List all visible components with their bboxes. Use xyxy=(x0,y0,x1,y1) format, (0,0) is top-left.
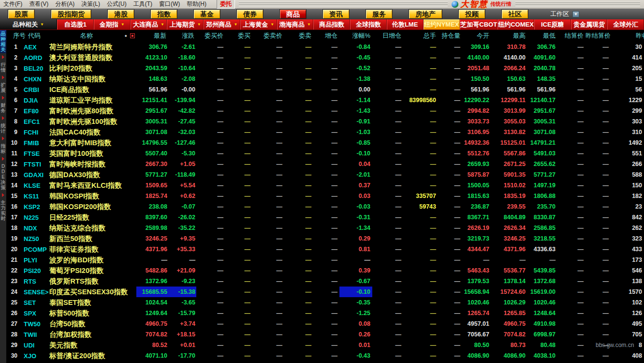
col-header-high[interactable]: 最高 xyxy=(491,30,527,42)
col-header-bid-price[interactable]: 委买价 xyxy=(196,30,225,42)
table-row[interactable]: 18NDX纳斯达克综合指数2589.98-35.22—————-1.34———2… xyxy=(6,223,644,233)
col-header-total-volume[interactable]: 总手 xyxy=(403,30,438,42)
table-row[interactable]: 9FCHI法国CAC40指数3071.08-32.03—————-1.03———… xyxy=(6,127,644,137)
menu-item-4[interactable]: 公式(U) xyxy=(103,0,130,8)
table-row[interactable]: 23RTS俄罗斯RTS指数1372.96-9.23—————-0.67———13… xyxy=(6,276,644,287)
col-header-inc-position[interactable]: 增仓 xyxy=(313,30,339,42)
primary-tab[interactable]: 资讯 xyxy=(322,9,350,19)
market-tab[interactable]: 芝加哥CBOT xyxy=(460,19,498,30)
col-header-settle[interactable]: 结算价 xyxy=(557,30,585,42)
primary-tab[interactable]: 指数 xyxy=(150,9,177,19)
primary-tab[interactable]: 股指期货 xyxy=(51,9,91,19)
table-row[interactable]: 4CHXN纳斯达克中国指数148.63-2.08—————-1.38———150… xyxy=(6,74,644,84)
table-row[interactable]: 8EFC1富时欧洲先驱100指数3005.31-27.45—————-0.91—… xyxy=(6,116,644,127)
col-header-change[interactable]: 涨跌 xyxy=(168,30,196,42)
primary-tab[interactable]: 基金 xyxy=(193,9,220,19)
col-header-bid-vol[interactable]: 委买 xyxy=(225,30,252,42)
cell-total-volume: — xyxy=(403,212,438,223)
table-row[interactable]: 28TWII台湾加权指数7074.82+18.15—————0.26———705… xyxy=(6,329,644,340)
table-row[interactable]: 6DJIA道琼斯工业平均指数12151.41-139.94—————-1.14—… xyxy=(6,95,644,106)
col-header-latest[interactable]: 最新 xyxy=(136,30,168,42)
col-header-open[interactable]: 今开 xyxy=(462,30,491,42)
market-tab[interactable]: 伦敦LME xyxy=(387,19,424,30)
market-tab[interactable]: 纽约NYMEX xyxy=(424,19,460,30)
market-tab[interactable]: 上海期货▼ xyxy=(167,19,204,30)
col-header-low[interactable]: 最低 xyxy=(527,30,557,42)
table-row[interactable]: 27TW50台湾50指数4960.75+3.74—————0.08———4957… xyxy=(6,318,644,329)
table-row[interactable]: 5CRBIICE商品指数561.96-0.00—————0.00———561.9… xyxy=(6,84,644,95)
market-tab[interactable]: 纽约COMEX xyxy=(498,19,534,30)
table-row[interactable]: 2AORD澳大利亚普通股指数4123.10-18.60—————-0.45———… xyxy=(6,52,644,63)
market-tab[interactable]: 金期指▼ xyxy=(94,19,131,30)
market-tab[interactable]: 全球指数 xyxy=(350,19,387,30)
sidebar-tab[interactable]: 统计 xyxy=(0,122,6,135)
sidebar-tab[interactable]: 行情 xyxy=(0,61,6,74)
table-row[interactable]: 16KSP2韩国KOSPI200指数238.08-0.07—————-0.03—… xyxy=(6,201,644,212)
col-header-code[interactable]: 代码 xyxy=(22,30,48,42)
table-row[interactable]: 26SPX标普500指数1249.64-15.79—————-1.25———12… xyxy=(6,308,644,318)
table-row[interactable]: 7EF80富时欧洲先驱80指数2951.67-42.82—————-1.43——… xyxy=(6,106,644,116)
sidebar-tab[interactable]: 财务 xyxy=(0,102,6,114)
table-row[interactable]: 29UDI美元指数80.52+0.01—————0.01———80.5080.7… xyxy=(6,340,644,350)
workspace-selector[interactable]: 工作区 ▼ xyxy=(550,10,579,18)
table-row[interactable]: 20PCOMP菲律宾证券指数4371.96+35.33—————0.81———4… xyxy=(6,244,644,255)
table-row[interactable]: 30XJO标普/澳证200指数4071.10-17.70—————-0.43——… xyxy=(6,350,644,361)
market-tab[interactable]: 上海黄金▼ xyxy=(240,19,277,30)
market-tab[interactable]: 郑州商品▼ xyxy=(204,19,240,30)
table-row[interactable]: 19NZ50新西兰50指数3246.25+9.35—————0.29———321… xyxy=(6,233,644,244)
table-row[interactable]: 1AEX荷兰阿姆斯特丹指数306.76-2.61—————-0.84———309… xyxy=(6,42,644,52)
market-tab[interactable]: 商品指数 xyxy=(313,19,350,30)
primary-tab[interactable]: 债券 xyxy=(236,9,263,19)
primary-tab[interactable]: 社区 xyxy=(501,9,528,19)
menu-item-0[interactable]: 文件(F) xyxy=(0,0,26,8)
table-row[interactable]: 22PSI20葡萄牙PSI20指数5482.86+21.09—————0.39—… xyxy=(6,265,644,276)
col-header-name[interactable]: 名称● xyxy=(48,30,136,42)
market-tab[interactable]: ICE原糖 xyxy=(534,19,571,30)
market-tab[interactable]: 贵金属现货 xyxy=(571,19,608,30)
primary-tab[interactable]: 商品 xyxy=(279,9,307,19)
col-header-pct-change[interactable]: 涨幅% xyxy=(339,30,372,42)
sidebar-tab[interactable]: 品种相关 xyxy=(0,30,6,53)
primary-tab[interactable]: 股票 xyxy=(8,9,35,19)
table-row[interactable]: 10FMIB意大利富时MIB指数14796.55-127.46—————-0.8… xyxy=(6,137,644,148)
sidebar-tab[interactable]: 主力实时 xyxy=(0,199,6,222)
table-row[interactable]: 12FTSTI富时海峡时报指数2667.30+1.05—————0.04———2… xyxy=(6,159,644,169)
menu-item-2[interactable]: 分析(A) xyxy=(52,0,78,8)
market-tab[interactable]: 渤海商品▼ xyxy=(277,19,314,30)
market-tab[interactable]: 大连商品▼ xyxy=(131,19,167,30)
primary-tab[interactable]: 港股 xyxy=(107,9,134,19)
col-header-open-interest[interactable]: 持仓量 xyxy=(438,30,462,42)
sidebar-tab[interactable]: 扩展 xyxy=(0,81,6,94)
table-row[interactable]: 24SENSE>印度孟买SENSEX30指数15685.55-15.38————… xyxy=(6,287,644,297)
table-row[interactable]: 3BEL20比利时20指数2043.59-10.64—————-0.52———2… xyxy=(6,63,644,74)
sidebar-tab[interactable]: DDE决策 xyxy=(0,163,6,191)
col-header-prev-settle[interactable]: 昨结算价 xyxy=(585,30,611,42)
market-tab-lead[interactable]: 品种相关 ▼ xyxy=(0,19,57,30)
menu-item-6[interactable]: 窗口(W) xyxy=(156,0,183,8)
table-row[interactable]: 25SET泰国SET指数1024.54-3.65—————-0.35———102… xyxy=(6,297,644,308)
market-tab[interactable]: 自选股1 xyxy=(57,19,94,30)
col-header-seq[interactable]: 序号 xyxy=(6,30,22,42)
market-tab[interactable]: 全球外汇 xyxy=(607,19,644,30)
menu-item-1[interactable]: 查看(V) xyxy=(26,0,52,8)
chevron-down-icon[interactable]: ▼ xyxy=(572,11,579,17)
menu-item-5[interactable]: 工具(T) xyxy=(130,0,156,8)
primary-tab[interactable]: 投顾 xyxy=(458,9,485,19)
primary-tab[interactable]: 服务 xyxy=(366,9,393,19)
table-row[interactable]: 11FTSE英国富时100指数5507.40-5.30—————-0.10———… xyxy=(6,148,644,159)
col-header-prev-close[interactable]: 昨收 xyxy=(611,30,644,42)
menu-item-3[interactable]: 决策(L) xyxy=(78,0,103,8)
col-header-ask-vol[interactable]: 委卖 xyxy=(284,30,313,42)
primary-tab[interactable]: 房地产 xyxy=(409,9,442,19)
col-header-ask-price[interactable]: 委卖价 xyxy=(252,30,284,42)
cell-high: 15724.60 xyxy=(491,287,527,297)
menu-item-7[interactable]: 帮助(H) xyxy=(183,0,210,8)
sidebar-tab[interactable]: 指标 xyxy=(0,142,6,155)
table-row[interactable]: 17N225日经225指数8397.60-26.02—————-0.31———8… xyxy=(6,212,644,223)
table-row[interactable]: 13GDAXI德国DAX30指数5771.27-118.49—————-2.01… xyxy=(6,169,644,180)
table-row[interactable]: 21PLYI波罗的海BDI指数————————————————173 xyxy=(6,255,644,265)
trade-button[interactable]: 委托 xyxy=(217,0,235,9)
table-row[interactable]: 14KLSE富时马来西亚KLCI指数1509.65+5.54—————0.37—… xyxy=(6,180,644,191)
table-row[interactable]: 15KS11韩国KOSPI指数1825.74+0.62—————0.03—335… xyxy=(6,191,644,201)
col-header-day-inc-position[interactable]: 日增仓 xyxy=(372,30,403,42)
